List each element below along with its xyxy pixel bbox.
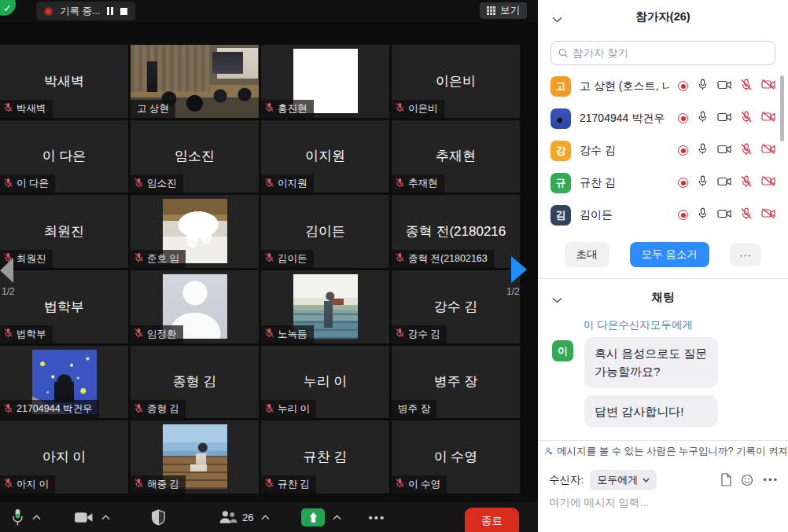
chevron-down-icon <box>643 478 650 482</box>
video-button[interactable] <box>74 511 94 524</box>
chevron-down-icon <box>552 297 562 303</box>
end-meeting-button[interactable]: 종료 <box>465 508 519 532</box>
collapse-participants-chevron[interactable] <box>552 12 562 26</box>
view-button[interactable]: 보기 <box>480 2 527 19</box>
security-button[interactable] <box>151 509 166 526</box>
video-tile[interactable]: 아지 이 아지 이 <box>0 420 128 493</box>
participant-label-text: 이은비 <box>408 102 438 116</box>
participant-label-text: 21704944 박건우 <box>17 402 93 416</box>
chat-title: 채팅 <box>652 290 675 305</box>
video-tile[interactable]: 김이든 김이든 <box>261 195 389 268</box>
muted-mic-icon <box>264 403 274 413</box>
video-tile[interactable]: 강수 김 강수 김 <box>392 270 520 343</box>
search-icon <box>558 48 568 58</box>
participant-label: 아지 이 <box>0 475 55 493</box>
recording-indicator-icon <box>678 178 688 188</box>
mute-all-button[interactable]: 모두 음소거 <box>630 242 709 267</box>
muted-mic-icon <box>134 178 144 188</box>
mute-button[interactable] <box>11 508 24 526</box>
video-tile[interactable]: 준호 임 <box>131 195 259 268</box>
participant-label: 종형 김 <box>131 400 186 418</box>
chat-more-button[interactable]: ••• <box>763 474 779 486</box>
camera-icon <box>717 176 731 187</box>
participants-icon <box>218 510 238 524</box>
video-tile[interactable]: 이 다은 이 다은 <box>0 120 128 193</box>
video-tile[interactable]: 고 상현 <box>131 45 259 118</box>
muted-camera-icon <box>761 143 775 155</box>
video-tile[interactable]: 최원진 최원진 <box>0 195 128 268</box>
participant-row[interactable]: 21704944 박건우 <box>538 102 788 134</box>
participant-search-input[interactable] <box>573 47 768 59</box>
participants-more-button[interactable]: ··· <box>730 244 762 266</box>
video-tile[interactable]: 이지원 이지원 <box>261 120 389 193</box>
video-tile[interactable]: 21704944 박건우 <box>0 346 128 419</box>
participant-label-text: 강수 김 <box>408 328 440 341</box>
stop-recording-button[interactable] <box>120 8 127 15</box>
share-screen-button[interactable] <box>301 508 325 526</box>
share-options-chevron[interactable] <box>333 515 341 520</box>
more-options-button[interactable]: ••• <box>368 511 385 524</box>
muted-mic-icon <box>3 328 13 338</box>
recording-status-label: 기록 중... <box>60 5 100 18</box>
video-tile[interactable]: 법학부 법학부 <box>0 270 128 343</box>
participant-name: 김이든 <box>580 208 669 222</box>
video-tile[interactable]: 종형 김 종형 김 <box>131 346 259 419</box>
video-tile[interactable]: 해중 김 <box>131 420 259 493</box>
previous-page-arrow[interactable] <box>0 258 13 283</box>
muted-mic-icon <box>264 328 274 338</box>
muted-mic-icon <box>3 478 13 488</box>
invite-button[interactable]: 초대 <box>565 242 609 267</box>
participant-label: 이은비 <box>392 100 444 118</box>
view-button-label: 보기 <box>500 4 520 17</box>
participant-label-text: 종혁 전(21802163 <box>408 252 488 266</box>
attach-file-button[interactable] <box>720 473 731 486</box>
video-tile[interactable]: 종혁 전(2180216 종혁 전(21802163 <box>392 195 520 268</box>
participant-label-text: 추재현 <box>408 177 438 190</box>
next-page-arrow[interactable] <box>511 256 527 283</box>
video-tile[interactable]: 규찬 김 규찬 김 <box>261 420 389 493</box>
video-tile[interactable]: 누리 이 누리 이 <box>261 346 389 419</box>
muted-mic-icon <box>3 178 13 188</box>
participant-row[interactable]: 규 규찬 김 <box>538 167 788 199</box>
participant-label-text: 박새벽 <box>17 102 46 116</box>
participant-label: 이 다은 <box>0 174 55 193</box>
participant-row[interactable]: 김 김이든 <box>538 199 788 231</box>
recipient-dropdown[interactable]: 모두에게 <box>590 470 657 490</box>
video-tile[interactable]: 이 수영 이 수영 <box>392 420 520 493</box>
recording-control: 기록 중... <box>36 2 135 20</box>
chat-privacy-notice[interactable]: 메시지를 볼 수 있는 사람은 누구입니까? 기록이 켜져 <box>538 440 788 462</box>
participant-label-text: 최원진 <box>17 252 46 266</box>
collapse-chat-chevron[interactable] <box>552 292 562 306</box>
participants-options-chevron[interactable] <box>261 515 270 520</box>
participant-row[interactable]: 고 고 상현 (호스트, 나) <box>538 70 788 102</box>
participants-scrollbar[interactable] <box>780 75 784 141</box>
emoji-button[interactable] <box>741 474 753 486</box>
video-tile[interactable]: 홍진현 <box>261 45 389 118</box>
video-tile[interactable]: 병주 장 병주 장 <box>392 346 520 419</box>
chat-bubbles: 혹시 음성으로도 질문 가능할까요?답변 감사합니다! <box>584 337 718 427</box>
participant-search[interactable] <box>550 41 775 65</box>
participant-row[interactable]: 강 강수 김 <box>538 134 788 167</box>
video-tile[interactable]: 임소진 임소진 <box>131 120 259 193</box>
participants-section: 참가자(26) 고 고 상현 (호스트, 나) <box>538 5 788 279</box>
video-options-chevron[interactable] <box>101 515 110 520</box>
video-tile[interactable]: 노녹듬 <box>261 270 389 343</box>
security-shield-icon <box>151 509 166 526</box>
video-tile[interactable]: 임정환 <box>131 270 259 343</box>
mic-options-chevron[interactable] <box>32 515 41 520</box>
muted-mic-icon <box>740 207 753 220</box>
participant-label-text: 법학부 <box>17 328 46 341</box>
mic-icon <box>697 175 709 187</box>
participants-button[interactable]: 26 <box>218 510 253 524</box>
pause-recording-button[interactable] <box>107 7 113 15</box>
video-tile[interactable]: 이은비 이은비 <box>392 45 520 118</box>
video-tile[interactable]: 박새벽 박새벽 <box>0 45 128 118</box>
recording-indicator-icon <box>678 113 688 123</box>
chat-message-input[interactable] <box>549 497 769 508</box>
participant-label: 누리 이 <box>261 400 316 418</box>
muted-mic-icon <box>740 143 753 156</box>
video-tile[interactable]: 추재현 추재현 <box>392 120 520 193</box>
muted-mic-icon <box>740 79 753 91</box>
participant-list: 고 고 상현 (호스트, 나) 21704944 박건우 <box>538 70 788 231</box>
camera-icon <box>717 112 731 123</box>
